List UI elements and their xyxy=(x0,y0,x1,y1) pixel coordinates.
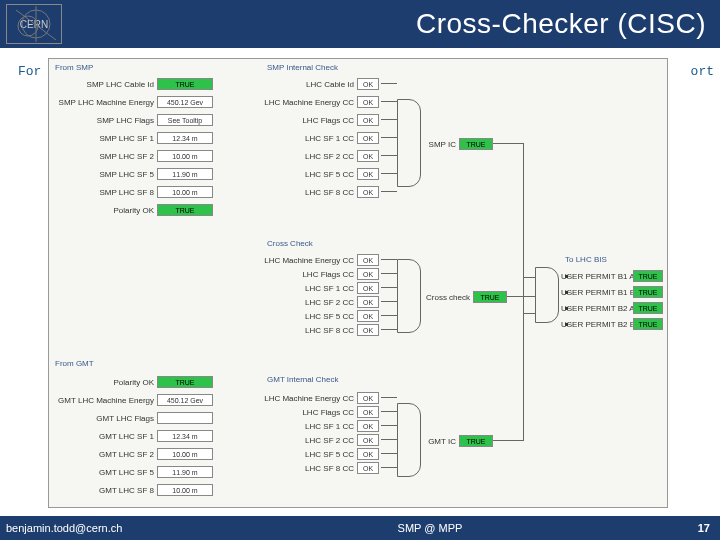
field-label: Polarity OK xyxy=(55,206,157,215)
field-label: LHC Flags CC xyxy=(261,270,357,279)
field-label: LHC SF 2 CC xyxy=(261,436,357,445)
wire xyxy=(381,191,397,192)
wire-in2 xyxy=(523,313,535,314)
field-label: SMP LHC Cable Id xyxy=(55,80,157,89)
bg-text-left: For xyxy=(18,64,41,79)
field-label: USER PERMIT B1 A xyxy=(561,272,633,281)
page-title: Cross-Checker (CISC) xyxy=(416,8,714,40)
field-row: GMT LHC SF 210.00 m xyxy=(55,447,213,461)
wire xyxy=(381,425,397,426)
bg-text-right: ort xyxy=(691,64,714,79)
footer-bar: benjamin.todd@cern.ch SMP @ MPP 17 xyxy=(0,516,720,540)
field-value: OK xyxy=(357,132,379,144)
field-row: LHC SF 5 CCOK xyxy=(261,309,379,323)
field-value: TRUE xyxy=(157,376,213,388)
smp-ic-out-label: SMP IC xyxy=(425,140,459,149)
gmt-ic-out-value: TRUE xyxy=(459,435,493,447)
field-row: LHC SF 1 CCOK xyxy=(261,281,379,295)
field-row: LHC Flags CCOK xyxy=(261,113,379,127)
field-row: LHC Flags CCOK xyxy=(261,267,379,281)
field-row: GMT LHC SF 511.90 m xyxy=(55,465,213,479)
field-label: GMT LHC Machine Energy xyxy=(55,396,157,405)
wire-cross-h xyxy=(507,296,535,297)
wire xyxy=(381,439,397,440)
field-value: OK xyxy=(357,448,379,460)
field-value: OK xyxy=(357,392,379,404)
title-bar: CERN Cross-Checker (CISC) xyxy=(0,0,720,48)
wire-smp-h xyxy=(493,143,523,144)
field-value xyxy=(157,412,213,424)
field-label: GMT LHC SF 1 xyxy=(55,432,157,441)
gmt-ic-out-label: GMT IC xyxy=(425,437,459,446)
logo-rings-icon xyxy=(6,4,62,44)
field-row: USER PERMIT B2 ATRUE xyxy=(561,301,663,315)
field-value: 12.34 m xyxy=(157,132,213,144)
field-row: USER PERMIT B1 ATRUE xyxy=(561,269,663,283)
field-label: USER PERMIT B2 A xyxy=(561,304,633,313)
wire xyxy=(381,155,397,156)
field-row: SMP LHC SF 112.34 m xyxy=(55,131,213,145)
field-label: LHC SF 2 CC xyxy=(261,298,357,307)
led-icon xyxy=(565,291,568,294)
wire xyxy=(381,101,397,102)
field-value: 10.00 m xyxy=(157,150,213,162)
field-row: LHC Machine Energy CCOK xyxy=(261,95,379,109)
field-value: See Tooltip xyxy=(157,114,213,126)
field-value: OK xyxy=(357,420,379,432)
field-row: LHC SF 2 CCOK xyxy=(261,433,379,447)
field-value: OK xyxy=(357,186,379,198)
and-gate-smp xyxy=(397,99,421,187)
field-label: LHC SF 8 CC xyxy=(261,326,357,335)
field-value: TRUE xyxy=(633,270,663,282)
field-value: 10.00 m xyxy=(157,448,213,460)
field-value: OK xyxy=(357,282,379,294)
field-label: SMP LHC SF 5 xyxy=(55,170,157,179)
field-label: SMP LHC SF 8 xyxy=(55,188,157,197)
field-value: OK xyxy=(357,268,379,280)
field-value: 12.34 m xyxy=(157,430,213,442)
field-row: GMT LHC Flags xyxy=(55,411,213,425)
field-value: OK xyxy=(357,406,379,418)
wire-in1 xyxy=(523,277,535,278)
field-label: GMT LHC SF 5 xyxy=(55,468,157,477)
wire xyxy=(381,467,397,468)
field-row: LHC SF 1 CCOK xyxy=(261,419,379,433)
field-label: LHC SF 2 CC xyxy=(261,152,357,161)
field-row: USER PERMIT B1 BTRUE xyxy=(561,285,663,299)
field-label: LHC Flags CC xyxy=(261,408,357,417)
wire xyxy=(381,453,397,454)
section-to-bis: To LHC BIS xyxy=(565,255,607,264)
field-value: OK xyxy=(357,296,379,308)
field-label: GMT LHC SF 8 xyxy=(55,486,157,495)
field-label: LHC Machine Energy CC xyxy=(261,394,357,403)
footer-email: benjamin.todd@cern.ch xyxy=(0,522,200,534)
field-label: LHC Flags CC xyxy=(261,116,357,125)
field-row: LHC SF 8 CCOK xyxy=(261,323,379,337)
field-label: GMT LHC SF 2 xyxy=(55,450,157,459)
field-row: LHC SF 5 CCOK xyxy=(261,447,379,461)
field-row: LHC Machine Energy CCOK xyxy=(261,253,379,267)
field-label: LHC SF 8 CC xyxy=(261,188,357,197)
field-label: LHC SF 1 CC xyxy=(261,134,357,143)
field-label: SMP LHC Flags xyxy=(55,116,157,125)
field-row: LHC Machine Energy CCOK xyxy=(261,391,379,405)
wire xyxy=(381,287,397,288)
field-row: SMP LHC SF 511.90 m xyxy=(55,167,213,181)
field-row: SMP LHC SF 210.00 m xyxy=(55,149,213,163)
field-value: 10.00 m xyxy=(157,484,213,496)
wire xyxy=(381,259,397,260)
field-row: LHC SF 1 CCOK xyxy=(261,131,379,145)
field-label: Polarity OK xyxy=(55,378,157,387)
field-value: TRUE xyxy=(157,78,213,90)
field-label: SMP LHC SF 1 xyxy=(55,134,157,143)
section-from-gmt: From GMT xyxy=(55,359,94,368)
footer-mid: SMP @ MPP xyxy=(200,522,660,534)
wire xyxy=(381,315,397,316)
section-cross-check: Cross Check xyxy=(267,239,313,248)
field-label: USER PERMIT B2 B xyxy=(561,320,633,329)
field-value: 11.90 m xyxy=(157,168,213,180)
field-label: LHC SF 5 CC xyxy=(261,170,357,179)
wire-vert xyxy=(523,143,524,441)
wire xyxy=(381,329,397,330)
slide-content: For ort From SMP SMP Internal Check Cros… xyxy=(0,48,720,516)
